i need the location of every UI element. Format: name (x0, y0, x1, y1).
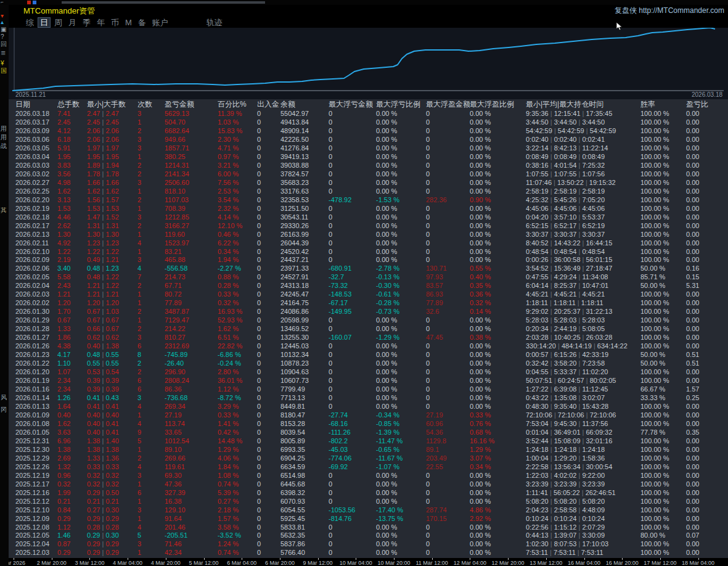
menu-item-3[interactable]: 月 (66, 18, 79, 27)
cell-lots: 1.53 (57, 205, 87, 213)
table-row[interactable]: 2026.02.031.211.21 | 1.21180.720.33 %024… (9, 290, 728, 299)
table-row[interactable]: 2026.01.281.330.66 | 0.672214.221.62 %01… (9, 325, 728, 334)
cell-lots: 3.83 (57, 162, 87, 170)
table-row[interactable]: 2026.02.042.431.21 | 1.22267.710.28 %024… (9, 282, 728, 290)
table-row[interactable]: 2026.02.184.461.47 | 1.5231212.854.14 %0… (9, 213, 728, 222)
table-row[interactable]: 2026.02.274.981.66 | 1.6632506.607.56 %0… (9, 179, 728, 187)
table-row[interactable]: 2026.01.234.170.48 | 0.558-745.89-6.86 %… (9, 351, 728, 359)
cell-win: 100.00 % (640, 368, 686, 377)
table-row[interactable]: 2026.01.290.670.67 | 0.6717129.4752.93 %… (9, 316, 728, 325)
table-row[interactable]: 2025.12.051.460.29 | 0.305-205.51-3.52 %… (9, 531, 728, 540)
table-row[interactable]: 2026.02.114.921.23 | 1.2341523.976.22 %0… (9, 239, 728, 248)
brand-url[interactable]: http://MTCommander.com (639, 6, 724, 15)
table-row[interactable]: 2025.12.081.120.28 | 0.284201.463.58 %05… (9, 523, 728, 532)
table-row[interactable]: 2026.01.141.260.41 | 0.433-736.68-8.72 %… (9, 394, 728, 403)
table-row[interactable]: 2025.12.261.320.33 | 0.334119.611.84 %06… (9, 463, 728, 472)
left-strip-fragment: 国 (1, 68, 9, 74)
table-row[interactable]: 2026.03.187.412.47 | 2.4735629.1311.39 %… (9, 110, 728, 118)
cell-ddpct: -0.85 % (376, 420, 426, 429)
cell-minmax: 0.29 | 0.29 (87, 540, 137, 549)
cell-balance: 10904.63 (280, 368, 329, 377)
table-row[interactable]: 2026.02.101.221.22 | 1.22183.210.34 %024… (9, 248, 728, 256)
table-row[interactable]: 2026.02.092.190.49 | 1.213465.881.94 %02… (9, 256, 728, 265)
cell-ratio: 0.00 (686, 549, 727, 557)
table-row[interactable]: 2025.12.190.960.32 | 0.32369.301.08 %065… (9, 472, 728, 480)
cell-date: 2026.03.17 (15, 118, 57, 127)
cell-minmax: 0.48 | 1.22 (87, 273, 137, 282)
cell-fppct: 0.00 % (470, 248, 526, 256)
menu-item-8[interactable]: 备 (136, 18, 149, 27)
table-row[interactable]: 2025.12.301.381.38 | 1.38189.101.29 %069… (9, 446, 728, 454)
table-row[interactable]: 2025.12.170.320.32 | 0.32147.360.74 %064… (9, 480, 728, 489)
table-row[interactable]: 2026.01.053.630.40 | 0.41933.650.42 %080… (9, 429, 728, 437)
cell-pnl: 67.71 (165, 282, 218, 290)
cell-hold: 9:35:36 | 12:15:41 | 17:35:45 (526, 110, 640, 118)
table-row[interactable]: 2026.01.264.380.40 | 1.3862312.6922.82 %… (9, 342, 728, 351)
table-row[interactable]: 2026.01.271.860.62 | 0.623810.276.51 %01… (9, 334, 728, 342)
table-row[interactable]: 2026.01.090.400.40 | 0.40127.190.33 %081… (9, 411, 728, 420)
table-row[interactable]: 2026.01.192.340.39 | 0.3962808.2436.01 %… (9, 377, 728, 385)
table-row[interactable]: 2025.12.030.290.29 | 0.29142.340.74 %057… (9, 549, 728, 557)
table-row[interactable]: 2026.01.081.620.40 | 0.414113.741.41 %08… (9, 420, 728, 429)
menu-item-5[interactable]: 年 (94, 18, 107, 27)
cell-times: 4 (137, 420, 165, 429)
table-row[interactable]: 2025.12.040.870.29 | 0.29371.461.24 %058… (9, 540, 728, 549)
cell-win: 100.00 % (640, 118, 686, 127)
cell-dd: 0 (329, 377, 376, 385)
cell-pct: 0.28 % (218, 282, 257, 290)
table-row[interactable]: 2025.12.120.210.21 | 0.21116.380.27 %060… (9, 498, 728, 506)
brand-link[interactable]: 复盘侠 http://MTCommander.com (615, 6, 724, 16)
equity-chart[interactable] (9, 28, 728, 91)
cell-balance: 10878.23 (280, 359, 329, 368)
cell-ratio: 0.00 (686, 127, 727, 136)
cell-ddpct: 0.00 % (376, 256, 426, 265)
cell-win: 100.00 % (640, 489, 686, 498)
cell-win: 100.00 % (640, 515, 686, 523)
cell-times: 1 (137, 515, 165, 523)
table-row[interactable]: 2026.01.131.640.41 | 0.414269.343.29 %08… (9, 403, 728, 411)
table-row[interactable]: 2026.03.033.831.89 | 1.9421214.313.21 %0… (9, 162, 728, 170)
cell-minmax: 1.21 | 1.22 (87, 282, 137, 290)
table-row[interactable]: 2026.02.131.301.30 | 1.301119.600.46 %02… (9, 231, 728, 239)
table-row[interactable]: 2026.02.055.580.48 | 1.227214.730.88 %02… (9, 273, 728, 282)
cell-date: 2026.02.09 (15, 256, 57, 265)
table-row[interactable]: 2026.01.162.340.39 | 0.39686.361.12 %077… (9, 385, 728, 394)
cell-ratio: 0.00 (686, 342, 727, 351)
table-row[interactable]: 2025.12.161.990.29 | 0.506327.395.39 %06… (9, 489, 728, 498)
menu-item-4[interactable]: 季 (80, 18, 93, 27)
menu-item-2[interactable]: 周 (52, 18, 65, 27)
cell-times: 2 (137, 359, 165, 368)
table-row[interactable]: 2026.03.066.182.06 | 2.063949.662.30 %04… (9, 136, 728, 144)
cell-ratio: 0.00 (686, 377, 727, 385)
table-row[interactable]: 2026.01.201.070.53 | 0.542296.902.80 %01… (9, 368, 728, 377)
table-row[interactable]: 2026.02.203.131.56 | 1.5721107.033.54 %0… (9, 196, 728, 205)
table-row[interactable]: 2026.01.301.700.67 | 1.0323487.8716.93 %… (9, 308, 728, 316)
table-row[interactable]: 2025.12.292.691.33 | 1.362269.664.06 %06… (9, 454, 728, 463)
table-row[interactable]: 2026.03.172.452.45 | 2.451504.701.03 %04… (9, 118, 728, 127)
menu-item-0[interactable]: 综 (23, 18, 36, 27)
menu-item-10[interactable]: 轨迹 (204, 18, 225, 27)
menu-item-1[interactable]: 日 (38, 17, 51, 28)
table-row[interactable]: 2026.02.191.531.53 | 1.531708.392.32 %03… (9, 205, 728, 213)
app-title: MTCommander资管 (23, 6, 95, 17)
table-row[interactable]: 2026.03.055.911.97 | 1.9731857.714.71 %0… (9, 144, 728, 153)
table-row[interactable]: 2026.03.041.951.95 | 1.951380.250.97 %03… (9, 153, 728, 162)
table-row[interactable]: 2026.02.063.400.48 | 1.234-556.58-2.27 %… (9, 265, 728, 273)
table-row[interactable]: 2025.12.100.840.27 | 0.303129.102.18 %06… (9, 506, 728, 515)
menu-item-6[interactable]: 币 (108, 18, 121, 27)
cell-inout: 0 (257, 308, 280, 316)
table-row[interactable]: 2026.03.023.561.78 | 1.7822141.346.00 %0… (9, 170, 728, 179)
table-row[interactable]: 2026.02.251.621.62 | 1.621818.102.53 %03… (9, 187, 728, 196)
table-row[interactable]: 2025.12.090.290.29 | 0.29191.641.57 %059… (9, 515, 728, 523)
table-row[interactable]: 2026.02.021.201.20 | 1.20177.890.32 %024… (9, 299, 728, 308)
table-row[interactable]: 2025.12.316.961.38 | 1.4051012.5414.48 %… (9, 437, 728, 446)
cell-times: 9 (137, 429, 165, 437)
menu-item-7[interactable]: M (123, 18, 134, 27)
mtcommander-window: { "titlebar": { "app_title": "MTCommande… (0, 0, 728, 566)
cell-inout: 0 (257, 420, 280, 429)
cell-ddpct: 0.00 % (376, 110, 426, 118)
table-row[interactable]: 2026.02.172.621.31 | 1.3123166.2712.10 %… (9, 222, 728, 231)
table-row[interactable]: 2026.03.094.122.06 | 2.0626682.6415.83 %… (9, 127, 728, 136)
table-row[interactable]: 2026.01.221.100.55 | 0.552-26.40-0.24 %0… (9, 359, 728, 368)
menu-item-9[interactable]: 账户 (150, 18, 171, 27)
